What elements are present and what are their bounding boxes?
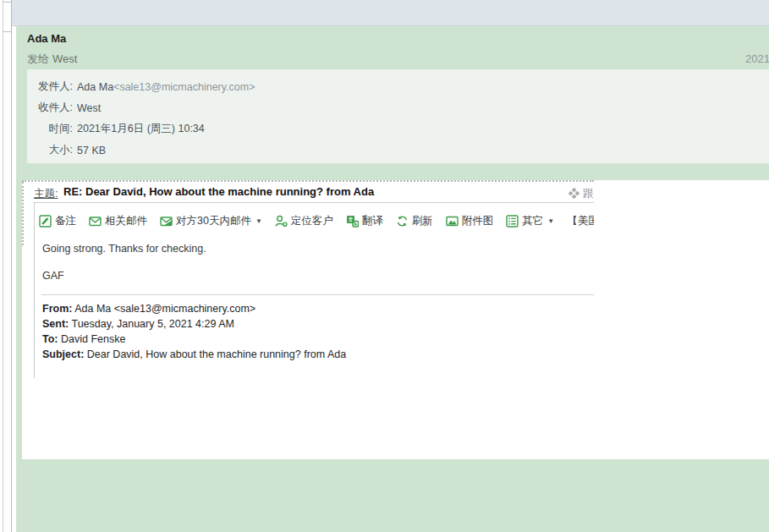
toolbar-label: 相关邮件 bbox=[105, 214, 147, 228]
quoted-label: Sent: bbox=[42, 318, 69, 330]
meta-label: 时间: bbox=[27, 122, 73, 136]
message-toolbar: 备注 相关邮件 对方30天内邮件 ▼ bbox=[39, 210, 594, 232]
meta-value: 57 KB bbox=[77, 145, 106, 156]
email-date-clipped: 2021 bbox=[745, 52, 769, 65]
meta-row-from: 发件人: Ada Ma <sale13@micmachinery.com> bbox=[27, 76, 769, 97]
counterpart-30day-mail-button[interactable]: 对方30天内邮件 ▼ bbox=[160, 214, 262, 228]
subject-text: RE: Dear David, How about the machine ru… bbox=[63, 185, 374, 198]
subject-divider bbox=[33, 202, 594, 203]
refresh-icon bbox=[396, 215, 409, 228]
message-body-border bbox=[34, 203, 35, 378]
meta-label: 收件人: bbox=[27, 101, 73, 115]
quoted-label: From: bbox=[42, 303, 72, 315]
pane-splitter[interactable] bbox=[0, 0, 12, 532]
toolbar-label: 翻译 bbox=[362, 214, 383, 228]
email-reading-pane: Ada Ma 发给West 2021 发件人: Ada Ma <sale13@m… bbox=[0, 0, 769, 532]
attachment-image-button[interactable]: 附件图 bbox=[446, 214, 494, 228]
translate-icon bbox=[346, 215, 359, 228]
subject-row: 主题: RE: Dear David, How about the machin… bbox=[22, 185, 594, 204]
to-value: West bbox=[52, 52, 77, 65]
splitter-line bbox=[3, 0, 3, 532]
meta-row-time: 时间: 2021年1月6日 (周三) 10:34 bbox=[27, 118, 769, 140]
quoted-from-line: From: Ada Ma <sale13@micmachinery.com> bbox=[42, 301, 346, 316]
quoted-divider bbox=[41, 294, 594, 295]
message-box: 主题: RE: Dear David, How about the machin… bbox=[22, 180, 594, 378]
recipient-line: 发给West bbox=[27, 52, 77, 67]
meta-value: 2021年1月6日 (周三) 10:34 bbox=[77, 122, 205, 136]
quoted-subject-line: Subject: Dear David, How about the machi… bbox=[42, 347, 346, 362]
dropdown-arrow-icon[interactable]: ▼ bbox=[255, 217, 262, 225]
note-icon bbox=[39, 215, 52, 228]
meta-row-size: 大小: 57 KB bbox=[27, 140, 769, 161]
usa-send-button[interactable]: 【美国】发 bbox=[567, 214, 594, 228]
follow-up-label: 跟进 bbox=[583, 188, 594, 200]
sender-name: Ada Ma bbox=[27, 32, 66, 45]
image-icon bbox=[446, 215, 459, 228]
body-text: GAF bbox=[42, 270, 64, 282]
to-label: 发给 bbox=[27, 52, 49, 65]
meta-email-address: <sale13@micmachinery.com> bbox=[113, 81, 255, 93]
message-region: 主题: RE: Dear David, How about the machin… bbox=[22, 180, 769, 459]
dropdown-arrow-icon[interactable]: ▼ bbox=[547, 217, 554, 225]
subject-label: 主题: bbox=[34, 187, 58, 201]
quoted-to-line: To: David Fenske bbox=[42, 332, 346, 347]
meta-label: 大小: bbox=[27, 143, 73, 157]
quoted-value: Dear David, How about the machine runnin… bbox=[84, 348, 346, 360]
toolbar-label: 【美国】发 bbox=[567, 214, 594, 228]
body-text: Going strong. Thanks for checking. bbox=[42, 243, 206, 255]
quoted-value: David Fenske bbox=[58, 333, 126, 345]
four-diamonds-icon bbox=[569, 188, 579, 199]
quoted-sent-line: Sent: Tuesday, January 5, 2021 4:29 AM bbox=[42, 316, 346, 332]
splitter-tick bbox=[3, 31, 11, 32]
toolbar-label: 对方30天内邮件 bbox=[176, 214, 251, 228]
related-mail-button[interactable]: 相关邮件 bbox=[89, 214, 147, 228]
quoted-value: Tuesday, January 5, 2021 4:29 AM bbox=[69, 318, 234, 330]
follow-up-button[interactable]: 跟进 bbox=[569, 187, 594, 201]
toolbar-label: 定位客户 bbox=[291, 214, 333, 228]
list-icon bbox=[506, 215, 519, 228]
quoted-label: Subject: bbox=[42, 348, 84, 360]
quoted-value: Ada Ma <sale13@micmachinery.com> bbox=[72, 303, 255, 315]
email-meta-panel: 发件人: Ada Ma <sale13@micmachinery.com> 收件… bbox=[27, 69, 769, 163]
translate-button[interactable]: 翻译 bbox=[346, 214, 383, 228]
mail-icon bbox=[89, 215, 102, 228]
locate-customer-button[interactable]: 定位客户 bbox=[275, 214, 333, 228]
person-locate-icon bbox=[275, 215, 288, 228]
toolbar-label: 附件图 bbox=[462, 214, 494, 228]
toolbar-label: 刷新 bbox=[412, 214, 433, 228]
note-button[interactable]: 备注 bbox=[39, 214, 76, 228]
splitter-tick bbox=[3, 2, 11, 3]
mail-filled-icon bbox=[160, 215, 173, 228]
meta-value: Ada Ma bbox=[77, 81, 113, 93]
top-bar bbox=[12, 0, 769, 26]
meta-value: West bbox=[77, 102, 101, 114]
meta-label: 发件人: bbox=[27, 80, 73, 94]
more-button[interactable]: 其它 ▼ bbox=[506, 214, 554, 228]
refresh-button[interactable]: 刷新 bbox=[396, 214, 433, 228]
quoted-label: To: bbox=[42, 333, 58, 345]
toolbar-label: 备注 bbox=[55, 214, 76, 228]
quoted-header-block: From: Ada Ma <sale13@micmachinery.com> S… bbox=[42, 301, 346, 362]
toolbar-label: 其它 bbox=[522, 214, 543, 228]
meta-row-to: 收件人: West bbox=[27, 97, 769, 118]
